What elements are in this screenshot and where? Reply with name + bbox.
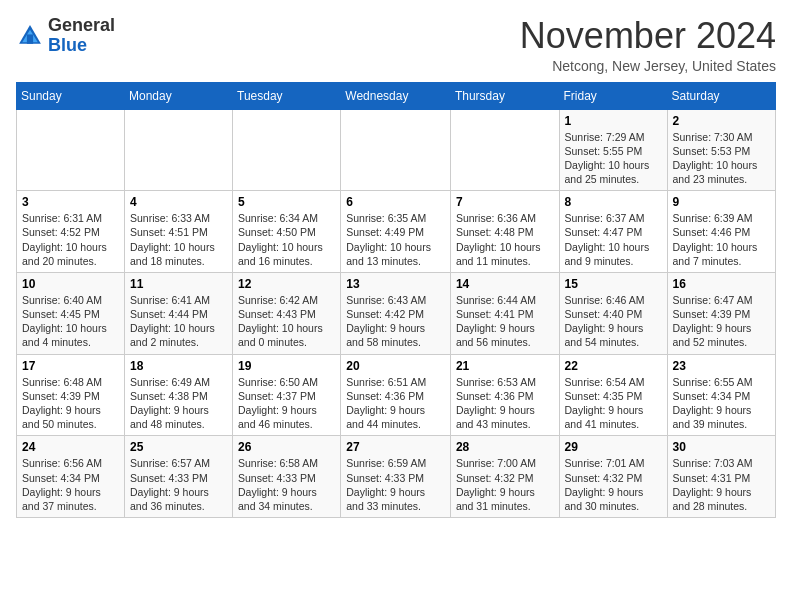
weekday-header-saturday: Saturday — [667, 82, 775, 109]
calendar-cell: 26Sunrise: 6:58 AM Sunset: 4:33 PM Dayli… — [233, 436, 341, 518]
day-info: Sunrise: 6:31 AM Sunset: 4:52 PM Dayligh… — [22, 211, 119, 268]
calendar-cell — [125, 109, 233, 191]
day-number: 26 — [238, 440, 335, 454]
day-number: 11 — [130, 277, 227, 291]
day-number: 3 — [22, 195, 119, 209]
day-info: Sunrise: 6:56 AM Sunset: 4:34 PM Dayligh… — [22, 456, 119, 513]
day-info: Sunrise: 6:44 AM Sunset: 4:41 PM Dayligh… — [456, 293, 554, 350]
calendar-cell: 17Sunrise: 6:48 AM Sunset: 4:39 PM Dayli… — [17, 354, 125, 436]
day-number: 9 — [673, 195, 770, 209]
day-number: 15 — [565, 277, 662, 291]
day-number: 4 — [130, 195, 227, 209]
calendar-cell: 22Sunrise: 6:54 AM Sunset: 4:35 PM Dayli… — [559, 354, 667, 436]
day-info: Sunrise: 6:48 AM Sunset: 4:39 PM Dayligh… — [22, 375, 119, 432]
day-info: Sunrise: 7:29 AM Sunset: 5:55 PM Dayligh… — [565, 130, 662, 187]
day-info: Sunrise: 6:40 AM Sunset: 4:45 PM Dayligh… — [22, 293, 119, 350]
day-number: 13 — [346, 277, 445, 291]
day-number: 8 — [565, 195, 662, 209]
calendar-cell: 15Sunrise: 6:46 AM Sunset: 4:40 PM Dayli… — [559, 272, 667, 354]
day-number: 6 — [346, 195, 445, 209]
calendar-cell: 28Sunrise: 7:00 AM Sunset: 4:32 PM Dayli… — [450, 436, 559, 518]
day-number: 25 — [130, 440, 227, 454]
title-area: November 2024 Netcong, New Jersey, Unite… — [520, 16, 776, 74]
calendar-cell: 21Sunrise: 6:53 AM Sunset: 4:36 PM Dayli… — [450, 354, 559, 436]
calendar-cell: 14Sunrise: 6:44 AM Sunset: 4:41 PM Dayli… — [450, 272, 559, 354]
day-info: Sunrise: 7:30 AM Sunset: 5:53 PM Dayligh… — [673, 130, 770, 187]
month-title: November 2024 — [520, 16, 776, 56]
location-subtitle: Netcong, New Jersey, United States — [520, 58, 776, 74]
day-info: Sunrise: 7:01 AM Sunset: 4:32 PM Dayligh… — [565, 456, 662, 513]
logo-text: General Blue — [48, 16, 115, 56]
day-number: 22 — [565, 359, 662, 373]
calendar-cell: 8Sunrise: 6:37 AM Sunset: 4:47 PM Daylig… — [559, 191, 667, 273]
weekday-header-tuesday: Tuesday — [233, 82, 341, 109]
calendar-cell: 18Sunrise: 6:49 AM Sunset: 4:38 PM Dayli… — [125, 354, 233, 436]
calendar-cell: 16Sunrise: 6:47 AM Sunset: 4:39 PM Dayli… — [667, 272, 775, 354]
logo: General Blue — [16, 16, 115, 56]
svg-rect-2 — [27, 34, 33, 43]
day-info: Sunrise: 6:36 AM Sunset: 4:48 PM Dayligh… — [456, 211, 554, 268]
day-info: Sunrise: 6:47 AM Sunset: 4:39 PM Dayligh… — [673, 293, 770, 350]
day-info: Sunrise: 6:33 AM Sunset: 4:51 PM Dayligh… — [130, 211, 227, 268]
weekday-header-thursday: Thursday — [450, 82, 559, 109]
calendar-cell: 12Sunrise: 6:42 AM Sunset: 4:43 PM Dayli… — [233, 272, 341, 354]
day-number: 14 — [456, 277, 554, 291]
calendar-cell: 10Sunrise: 6:40 AM Sunset: 4:45 PM Dayli… — [17, 272, 125, 354]
day-info: Sunrise: 6:37 AM Sunset: 4:47 PM Dayligh… — [565, 211, 662, 268]
day-number: 18 — [130, 359, 227, 373]
calendar-cell: 6Sunrise: 6:35 AM Sunset: 4:49 PM Daylig… — [341, 191, 451, 273]
day-number: 21 — [456, 359, 554, 373]
week-row-2: 3Sunrise: 6:31 AM Sunset: 4:52 PM Daylig… — [17, 191, 776, 273]
calendar-cell: 3Sunrise: 6:31 AM Sunset: 4:52 PM Daylig… — [17, 191, 125, 273]
calendar-cell: 5Sunrise: 6:34 AM Sunset: 4:50 PM Daylig… — [233, 191, 341, 273]
day-info: Sunrise: 6:59 AM Sunset: 4:33 PM Dayligh… — [346, 456, 445, 513]
day-info: Sunrise: 7:03 AM Sunset: 4:31 PM Dayligh… — [673, 456, 770, 513]
calendar-cell: 20Sunrise: 6:51 AM Sunset: 4:36 PM Dayli… — [341, 354, 451, 436]
week-row-3: 10Sunrise: 6:40 AM Sunset: 4:45 PM Dayli… — [17, 272, 776, 354]
day-info: Sunrise: 6:57 AM Sunset: 4:33 PM Dayligh… — [130, 456, 227, 513]
calendar-cell: 19Sunrise: 6:50 AM Sunset: 4:37 PM Dayli… — [233, 354, 341, 436]
day-number: 29 — [565, 440, 662, 454]
calendar-header: SundayMondayTuesdayWednesdayThursdayFrid… — [17, 82, 776, 109]
day-info: Sunrise: 6:46 AM Sunset: 4:40 PM Dayligh… — [565, 293, 662, 350]
calendar-cell — [233, 109, 341, 191]
calendar-body: 1Sunrise: 7:29 AM Sunset: 5:55 PM Daylig… — [17, 109, 776, 517]
calendar-cell: 9Sunrise: 6:39 AM Sunset: 4:46 PM Daylig… — [667, 191, 775, 273]
day-info: Sunrise: 6:51 AM Sunset: 4:36 PM Dayligh… — [346, 375, 445, 432]
day-number: 5 — [238, 195, 335, 209]
day-info: Sunrise: 6:53 AM Sunset: 4:36 PM Dayligh… — [456, 375, 554, 432]
day-info: Sunrise: 6:50 AM Sunset: 4:37 PM Dayligh… — [238, 375, 335, 432]
calendar-cell: 27Sunrise: 6:59 AM Sunset: 4:33 PM Dayli… — [341, 436, 451, 518]
calendar-cell: 29Sunrise: 7:01 AM Sunset: 4:32 PM Dayli… — [559, 436, 667, 518]
week-row-5: 24Sunrise: 6:56 AM Sunset: 4:34 PM Dayli… — [17, 436, 776, 518]
calendar-table: SundayMondayTuesdayWednesdayThursdayFrid… — [16, 82, 776, 518]
calendar-cell: 11Sunrise: 6:41 AM Sunset: 4:44 PM Dayli… — [125, 272, 233, 354]
day-number: 17 — [22, 359, 119, 373]
day-number: 2 — [673, 114, 770, 128]
day-info: Sunrise: 6:55 AM Sunset: 4:34 PM Dayligh… — [673, 375, 770, 432]
day-number: 20 — [346, 359, 445, 373]
day-number: 12 — [238, 277, 335, 291]
day-number: 10 — [22, 277, 119, 291]
day-number: 1 — [565, 114, 662, 128]
calendar-cell: 4Sunrise: 6:33 AM Sunset: 4:51 PM Daylig… — [125, 191, 233, 273]
week-row-4: 17Sunrise: 6:48 AM Sunset: 4:39 PM Dayli… — [17, 354, 776, 436]
calendar-cell — [450, 109, 559, 191]
calendar-cell: 23Sunrise: 6:55 AM Sunset: 4:34 PM Dayli… — [667, 354, 775, 436]
day-info: Sunrise: 6:34 AM Sunset: 4:50 PM Dayligh… — [238, 211, 335, 268]
day-info: Sunrise: 6:41 AM Sunset: 4:44 PM Dayligh… — [130, 293, 227, 350]
weekday-header-friday: Friday — [559, 82, 667, 109]
logo-blue-text: Blue — [48, 35, 87, 55]
logo-icon — [16, 22, 44, 50]
calendar-cell — [17, 109, 125, 191]
day-info: Sunrise: 6:49 AM Sunset: 4:38 PM Dayligh… — [130, 375, 227, 432]
day-number: 28 — [456, 440, 554, 454]
day-info: Sunrise: 6:54 AM Sunset: 4:35 PM Dayligh… — [565, 375, 662, 432]
calendar-cell: 1Sunrise: 7:29 AM Sunset: 5:55 PM Daylig… — [559, 109, 667, 191]
day-number: 16 — [673, 277, 770, 291]
day-info: Sunrise: 6:42 AM Sunset: 4:43 PM Dayligh… — [238, 293, 335, 350]
header: General Blue November 2024 Netcong, New … — [16, 16, 776, 74]
day-info: Sunrise: 6:58 AM Sunset: 4:33 PM Dayligh… — [238, 456, 335, 513]
calendar-cell: 2Sunrise: 7:30 AM Sunset: 5:53 PM Daylig… — [667, 109, 775, 191]
day-number: 23 — [673, 359, 770, 373]
